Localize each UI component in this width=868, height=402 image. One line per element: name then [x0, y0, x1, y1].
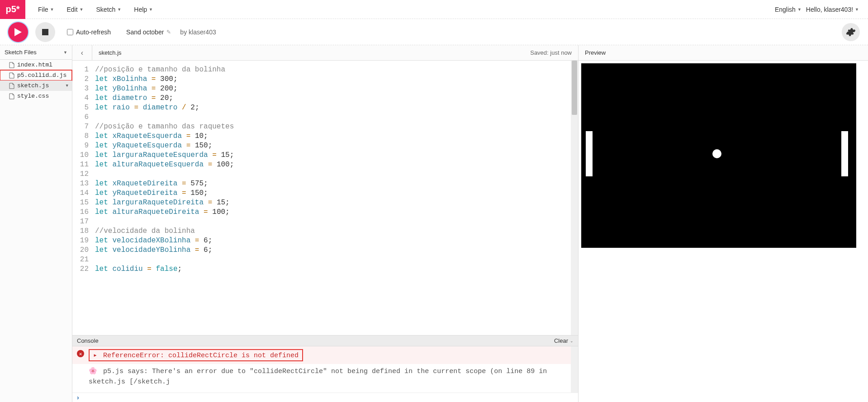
autorefresh-toggle[interactable]: Auto-refresh [67, 28, 111, 36]
menu-edit-label: Edit [66, 6, 77, 13]
caret-down-icon: ▼ [117, 7, 121, 12]
preview-canvas-area [579, 61, 868, 402]
menubar: File▼ Edit▼ Sketch▼ Help▼ [32, 2, 159, 17]
svg-marker-0 [14, 28, 22, 36]
menu-file-label: File [38, 6, 48, 13]
console-info-text: p5.js says: There's an error due to "col… [89, 368, 547, 386]
language-label: English [775, 6, 796, 13]
top-nav: p5* File▼ Edit▼ Sketch▼ Help▼ English▼ H… [0, 0, 868, 19]
ball [712, 149, 721, 158]
current-file-tab: sketch.js [92, 49, 128, 56]
console-title: Console [77, 337, 99, 344]
console-error-text: ReferenceError: collideRectCircle is not… [103, 352, 299, 359]
file-name: sketch.js [17, 82, 49, 89]
preview-column: Preview [579, 45, 868, 402]
file-name: style.css [17, 93, 49, 99]
file-list: index.htmlp5.collid…d.jssketch.js▼style.… [0, 60, 72, 101]
flower-icon: 🌸 [89, 368, 97, 375]
caret-down-icon: ▼ [855, 7, 859, 12]
gear-icon [846, 27, 856, 37]
caret-down-icon: ▼ [797, 7, 802, 12]
byline: by klaser403 [180, 28, 216, 36]
console-header: Console Clear ⌄ [72, 336, 578, 346]
toolbar: Auto-refresh Sand october ✎ by klaser403 [0, 19, 868, 45]
menu-edit[interactable]: Edit▼ [60, 2, 90, 17]
sketch-name-text: Sand october [126, 28, 164, 36]
collapse-sidebar-button[interactable]: ‹ [72, 45, 92, 61]
error-icon: ✕ [77, 350, 84, 357]
caret-down-icon: ▼ [80, 7, 84, 12]
right-paddle [841, 131, 848, 176]
editor-column: ‹ sketch.js Saved: just now 123456789101… [72, 45, 579, 402]
user-menu[interactable]: Hello, klaser403!▼ [806, 6, 859, 13]
menu-sketch-label: Sketch [96, 6, 116, 13]
svg-rect-1 [42, 29, 48, 35]
line-gutter: 12345678910111213141516171819202122 [72, 61, 92, 335]
file-item[interactable]: p5.collid…d.js [0, 70, 72, 80]
chevron-left-icon: ‹ [81, 49, 83, 57]
caret-down-icon: ▼ [63, 50, 67, 55]
sketch-canvas[interactable] [581, 63, 856, 248]
file-item[interactable]: index.html [0, 60, 72, 70]
console: Console Clear ⌄ ✕ ▸ ReferenceError: coll… [72, 335, 578, 402]
stop-icon [42, 29, 48, 35]
menu-help[interactable]: Help▼ [128, 2, 159, 17]
main-area: Sketch Files ▼ index.htmlp5.collid…d.jss… [0, 45, 868, 402]
play-icon [14, 28, 22, 36]
file-item[interactable]: style.css [0, 91, 72, 101]
topnav-right: English▼ Hello, klaser403!▼ [775, 6, 868, 13]
console-clear-label: Clear [554, 337, 568, 344]
editor-header: ‹ sketch.js Saved: just now [72, 45, 578, 61]
chevron-down-icon: ⌄ [570, 339, 574, 343]
autorefresh-label: Auto-refresh [76, 28, 111, 36]
saved-status: Saved: just now [530, 49, 578, 56]
menu-sketch[interactable]: Sketch▼ [90, 2, 128, 17]
pencil-icon: ✎ [166, 29, 171, 35]
console-clear-button[interactable]: Clear ⌄ [554, 337, 574, 344]
menu-file[interactable]: File▼ [32, 2, 60, 17]
autorefresh-checkbox[interactable] [67, 29, 73, 35]
preview-header: Preview [579, 45, 868, 61]
caret-down-icon: ▼ [50, 7, 54, 12]
console-error-row: ✕ ▸ ReferenceError: collideRectCircle is… [72, 346, 571, 364]
sketch-name[interactable]: Sand october ✎ [126, 28, 171, 36]
vertical-scrollbar[interactable] [571, 61, 578, 335]
console-error-highlight: ▸ ReferenceError: collideRectCircle is n… [89, 349, 303, 361]
language-selector[interactable]: English▼ [775, 6, 802, 13]
sidebar-title: Sketch Files [5, 49, 37, 56]
file-name: index.html [17, 61, 52, 68]
file-name: p5.collid…d.js [17, 72, 66, 79]
stop-button[interactable] [35, 22, 55, 42]
settings-button[interactable] [842, 23, 860, 41]
console-scrollbar[interactable] [571, 346, 578, 393]
code-content[interactable]: //posição e tamanho da bolinhalet xBolin… [92, 61, 571, 335]
code-editor[interactable]: 12345678910111213141516171819202122 //po… [72, 61, 578, 335]
user-greeting: Hello, klaser403! [806, 6, 853, 13]
caret-down-icon: ▼ [66, 84, 68, 88]
scroll-thumb[interactable] [572, 61, 577, 115]
console-body[interactable]: ✕ ▸ ReferenceError: collideRectCircle is… [72, 346, 571, 393]
console-info-row: 🌸 p5.js says: There's an error due to "c… [72, 364, 571, 390]
caret-down-icon: ▼ [149, 7, 153, 12]
logo[interactable]: p5* [0, 0, 25, 19]
sidebar: Sketch Files ▼ index.htmlp5.collid…d.jss… [0, 45, 72, 402]
sidebar-header[interactable]: Sketch Files ▼ [0, 45, 72, 60]
preview-title: Preview [585, 49, 606, 56]
error-caret-icon: ▸ [93, 352, 97, 359]
console-prompt[interactable]: › [72, 393, 578, 402]
file-item[interactable]: sketch.js▼ [0, 80, 72, 91]
left-paddle [586, 131, 593, 176]
menu-help-label: Help [134, 6, 147, 13]
play-button[interactable] [8, 22, 28, 42]
